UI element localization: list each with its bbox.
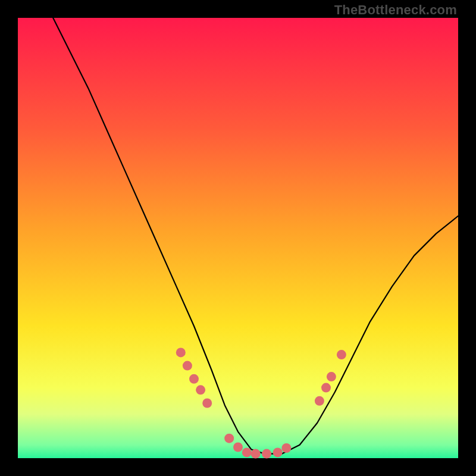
bottleneck-curve: [53, 18, 458, 454]
data-dot: [196, 385, 205, 394]
data-dot: [315, 396, 324, 406]
chart-overlay: [18, 18, 458, 458]
data-dot: [251, 449, 261, 459]
data-dot: [273, 447, 283, 457]
data-dot: [242, 447, 252, 457]
data-dot: [262, 449, 271, 459]
data-dot: [337, 350, 346, 359]
curve-dots: [176, 347, 346, 458]
data-dot: [321, 383, 331, 393]
data-dot: [327, 372, 336, 381]
data-dot: [224, 434, 234, 443]
data-dot: [281, 443, 291, 453]
data-dot: [189, 374, 199, 384]
data-dot: [202, 399, 212, 408]
data-dot: [233, 443, 243, 452]
data-dot: [183, 361, 192, 371]
data-dot: [176, 347, 186, 357]
watermark-text: TheBottleneck.com: [334, 2, 457, 18]
